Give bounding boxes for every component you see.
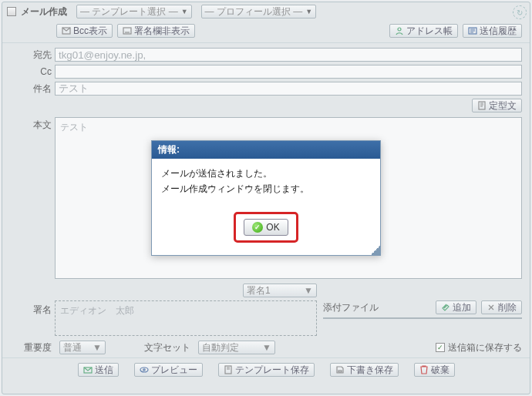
dialog-title: 情報: [152,141,380,159]
dialog-body: メールが送信されました。 メール作成ウィンドウを閉じます。 [152,159,380,203]
modal-overlay: 情報: メールが送信されました。 メール作成ウィンドウを閉じます。 ✓ OK [0,0,532,396]
resize-grip[interactable] [371,246,380,255]
ok-button[interactable]: ✓ OK [244,219,288,236]
check-circle-icon: ✓ [252,222,263,233]
dialog-line-1: メールが送信されました。 [161,166,371,181]
dialog-line-2: メール作成ウィンドウを閉じます。 [161,182,371,196]
info-dialog: 情報: メールが送信されました。 メール作成ウィンドウを閉じます。 ✓ OK [151,140,381,255]
ok-highlight: ✓ OK [234,212,298,243]
